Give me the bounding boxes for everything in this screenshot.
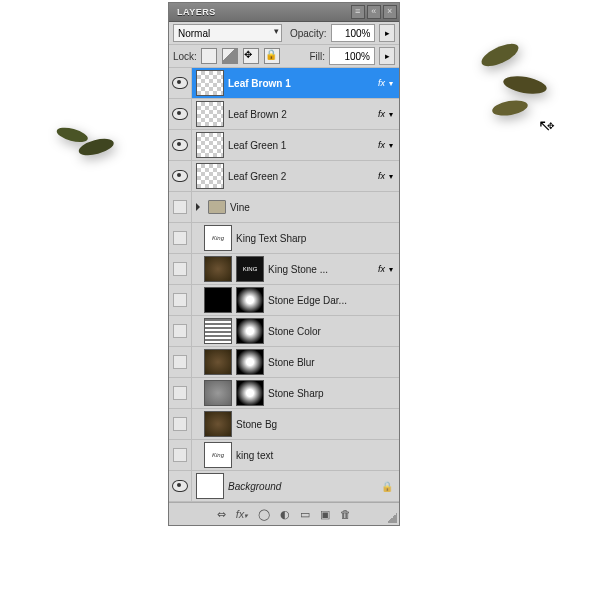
layer-body[interactable]: Stone Bg bbox=[192, 409, 399, 439]
layer-row[interactable]: Kingking text bbox=[169, 440, 399, 471]
visibility-toggle[interactable] bbox=[169, 347, 192, 377]
fx-indicator-icon[interactable]: fx bbox=[378, 264, 385, 274]
layer-body[interactable]: Stone Color bbox=[192, 316, 399, 346]
fx-expand-icon[interactable]: ▾ bbox=[389, 265, 393, 274]
layer-row[interactable]: Stone Color bbox=[169, 316, 399, 347]
layer-thumbnail[interactable] bbox=[196, 101, 224, 127]
layer-name-label[interactable]: Leaf Brown 1 bbox=[228, 78, 291, 89]
trash-icon[interactable]: 🗑 bbox=[340, 508, 351, 520]
visibility-toggle[interactable] bbox=[169, 471, 192, 501]
layer-thumbnail[interactable]: King bbox=[204, 442, 232, 468]
layer-body[interactable]: Leaf Brown 1fx▾ bbox=[192, 68, 399, 98]
layer-row[interactable]: Stone Sharp bbox=[169, 378, 399, 409]
layer-thumbnail[interactable] bbox=[236, 349, 264, 375]
layer-name-label[interactable]: Leaf Brown 2 bbox=[228, 109, 287, 120]
layer-row[interactable]: Leaf Green 1fx▾ bbox=[169, 130, 399, 161]
panel-collapse-icon[interactable]: « bbox=[367, 5, 381, 19]
visibility-toggle[interactable] bbox=[169, 378, 192, 408]
visibility-toggle[interactable] bbox=[169, 223, 192, 253]
fx-expand-icon[interactable]: ▾ bbox=[389, 172, 393, 181]
layer-name-label[interactable]: Stone Color bbox=[268, 326, 321, 337]
layer-thumbnail[interactable] bbox=[204, 318, 232, 344]
layer-thumbnail[interactable] bbox=[196, 132, 224, 158]
layer-row[interactable]: KINGKing Stone ...fx▾ bbox=[169, 254, 399, 285]
layer-name-label[interactable]: Stone Blur bbox=[268, 357, 315, 368]
layer-row[interactable]: Vine bbox=[169, 192, 399, 223]
fx-indicator-icon[interactable]: fx bbox=[378, 78, 385, 88]
layer-body[interactable]: Stone Sharp bbox=[192, 378, 399, 408]
fx-indicator-icon[interactable]: fx bbox=[378, 140, 385, 150]
layer-thumbnail[interactable] bbox=[204, 411, 232, 437]
fx-indicator-icon[interactable]: fx bbox=[378, 109, 385, 119]
layer-name-label[interactable]: Stone Bg bbox=[236, 419, 277, 430]
opacity-flyout-icon[interactable]: ▸ bbox=[379, 24, 395, 42]
layer-body[interactable]: Leaf Green 2fx▾ bbox=[192, 161, 399, 191]
layer-body[interactable]: Background🔒 bbox=[192, 471, 399, 501]
layer-body[interactable]: Vine bbox=[192, 192, 399, 222]
fx-icon[interactable]: fx▾ bbox=[236, 508, 249, 520]
layer-thumbnail[interactable] bbox=[236, 380, 264, 406]
lock-all-icon[interactable]: 🔒 bbox=[264, 48, 280, 64]
fill-input[interactable]: 100% bbox=[329, 47, 375, 65]
opacity-input[interactable]: 100% bbox=[331, 24, 376, 42]
layer-body[interactable]: Kingking text bbox=[192, 440, 399, 470]
visibility-toggle[interactable] bbox=[169, 440, 192, 470]
visibility-toggle[interactable] bbox=[169, 192, 192, 222]
layer-thumbnail[interactable] bbox=[236, 318, 264, 344]
visibility-toggle[interactable] bbox=[169, 161, 192, 191]
lock-position-icon[interactable]: ✥ bbox=[243, 48, 259, 64]
layer-name-label[interactable]: Background bbox=[228, 481, 281, 492]
panel-menu-icon[interactable]: ≡ bbox=[351, 5, 365, 19]
layer-name-label[interactable]: Stone Edge Dar... bbox=[268, 295, 347, 306]
layer-row[interactable]: Leaf Brown 2fx▾ bbox=[169, 99, 399, 130]
fx-expand-icon[interactable]: ▾ bbox=[389, 79, 393, 88]
visibility-toggle[interactable] bbox=[169, 99, 192, 129]
visibility-toggle[interactable] bbox=[169, 130, 192, 160]
layer-body[interactable]: Stone Blur bbox=[192, 347, 399, 377]
layer-name-label[interactable]: Leaf Green 1 bbox=[228, 140, 286, 151]
layer-body[interactable]: Leaf Green 1fx▾ bbox=[192, 130, 399, 160]
blend-mode-select[interactable]: Normal bbox=[173, 24, 282, 42]
visibility-toggle[interactable] bbox=[169, 285, 192, 315]
adjustment-icon[interactable]: ◐ bbox=[280, 508, 290, 521]
group-expand-icon[interactable] bbox=[196, 203, 200, 211]
fx-expand-icon[interactable]: ▾ bbox=[389, 141, 393, 150]
layer-row[interactable]: KingKing Text Sharp bbox=[169, 223, 399, 254]
layer-body[interactable]: KINGKing Stone ...fx▾ bbox=[192, 254, 399, 284]
layer-thumbnail[interactable] bbox=[204, 256, 232, 282]
layer-name-label[interactable]: Stone Sharp bbox=[268, 388, 324, 399]
visibility-toggle[interactable] bbox=[169, 316, 192, 346]
layer-thumbnail[interactable]: KING bbox=[236, 256, 264, 282]
fill-flyout-icon[interactable]: ▸ bbox=[379, 47, 395, 65]
layer-row[interactable]: Stone Bg bbox=[169, 409, 399, 440]
layer-body[interactable]: Stone Edge Dar... bbox=[192, 285, 399, 315]
visibility-toggle[interactable] bbox=[169, 68, 192, 98]
layer-row[interactable]: Stone Blur bbox=[169, 347, 399, 378]
layer-thumbnail[interactable]: King bbox=[204, 225, 232, 251]
fx-indicator-icon[interactable]: fx bbox=[378, 171, 385, 181]
layer-thumbnail[interactable] bbox=[204, 380, 232, 406]
layer-name-label[interactable]: King Stone ... bbox=[268, 264, 328, 275]
layer-thumbnail[interactable] bbox=[236, 287, 264, 313]
layer-row[interactable]: Leaf Green 2fx▾ bbox=[169, 161, 399, 192]
layer-body[interactable]: KingKing Text Sharp bbox=[192, 223, 399, 253]
layer-row[interactable]: Stone Edge Dar... bbox=[169, 285, 399, 316]
link-icon[interactable]: ⇔ bbox=[217, 508, 226, 521]
layer-row[interactable]: Leaf Brown 1fx▾ bbox=[169, 68, 399, 99]
layer-name-label[interactable]: King Text Sharp bbox=[236, 233, 306, 244]
fx-expand-icon[interactable]: ▾ bbox=[389, 110, 393, 119]
layer-thumbnail[interactable] bbox=[204, 287, 232, 313]
layer-name-label[interactable]: king text bbox=[236, 450, 273, 461]
lock-transparency-icon[interactable] bbox=[201, 48, 217, 64]
visibility-toggle[interactable] bbox=[169, 254, 192, 284]
layer-thumbnail[interactable] bbox=[196, 163, 224, 189]
new-layer-icon[interactable]: ▣ bbox=[320, 508, 330, 521]
group-icon[interactable]: ▭ bbox=[300, 508, 310, 521]
panel-close-icon[interactable]: × bbox=[383, 5, 397, 19]
lock-image-icon[interactable] bbox=[222, 48, 238, 64]
layer-thumbnail[interactable] bbox=[204, 349, 232, 375]
visibility-toggle[interactable] bbox=[169, 409, 192, 439]
layer-row[interactable]: Background🔒 bbox=[169, 471, 399, 502]
layer-thumbnail[interactable] bbox=[196, 473, 224, 499]
layer-body[interactable]: Leaf Brown 2fx▾ bbox=[192, 99, 399, 129]
